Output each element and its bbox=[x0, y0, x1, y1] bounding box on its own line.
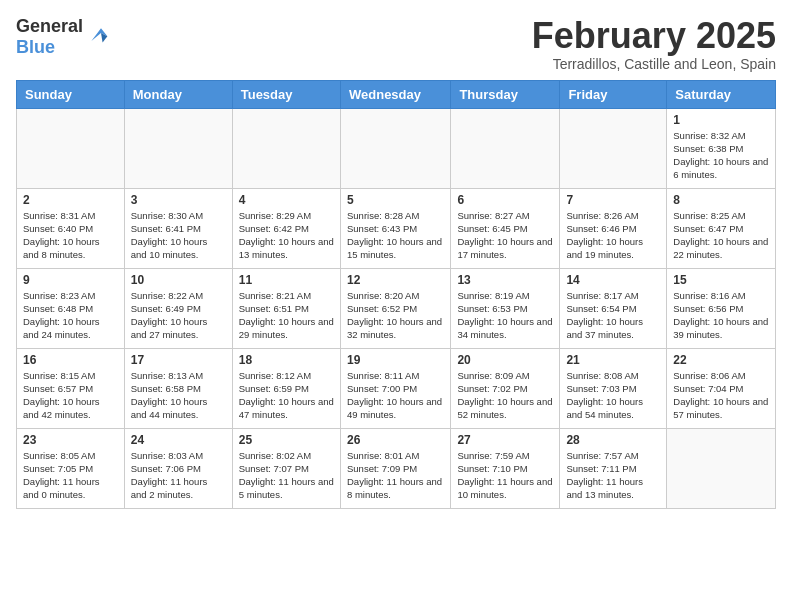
day-number: 3 bbox=[131, 193, 226, 207]
col-friday: Friday bbox=[560, 80, 667, 108]
col-tuesday: Tuesday bbox=[232, 80, 340, 108]
day-info: Sunrise: 8:30 AM Sunset: 6:41 PM Dayligh… bbox=[131, 209, 226, 262]
day-number: 19 bbox=[347, 353, 444, 367]
title-section: February 2025 Terradillos, Castille and … bbox=[532, 16, 776, 72]
day-number: 21 bbox=[566, 353, 660, 367]
day-number: 26 bbox=[347, 433, 444, 447]
table-row bbox=[232, 108, 340, 188]
table-row: 23Sunrise: 8:05 AM Sunset: 7:05 PM Dayli… bbox=[17, 428, 125, 508]
day-number: 14 bbox=[566, 273, 660, 287]
day-info: Sunrise: 8:02 AM Sunset: 7:07 PM Dayligh… bbox=[239, 449, 334, 502]
table-row bbox=[667, 428, 776, 508]
table-row: 12Sunrise: 8:20 AM Sunset: 6:52 PM Dayli… bbox=[340, 268, 450, 348]
table-row: 3Sunrise: 8:30 AM Sunset: 6:41 PM Daylig… bbox=[124, 188, 232, 268]
day-number: 28 bbox=[566, 433, 660, 447]
day-info: Sunrise: 8:31 AM Sunset: 6:40 PM Dayligh… bbox=[23, 209, 118, 262]
table-row bbox=[560, 108, 667, 188]
table-row: 8Sunrise: 8:25 AM Sunset: 6:47 PM Daylig… bbox=[667, 188, 776, 268]
day-info: Sunrise: 7:57 AM Sunset: 7:11 PM Dayligh… bbox=[566, 449, 660, 502]
col-saturday: Saturday bbox=[667, 80, 776, 108]
day-info: Sunrise: 8:08 AM Sunset: 7:03 PM Dayligh… bbox=[566, 369, 660, 422]
col-monday: Monday bbox=[124, 80, 232, 108]
table-row: 17Sunrise: 8:13 AM Sunset: 6:58 PM Dayli… bbox=[124, 348, 232, 428]
day-info: Sunrise: 8:27 AM Sunset: 6:45 PM Dayligh… bbox=[457, 209, 553, 262]
day-number: 23 bbox=[23, 433, 118, 447]
day-info: Sunrise: 8:28 AM Sunset: 6:43 PM Dayligh… bbox=[347, 209, 444, 262]
day-number: 27 bbox=[457, 433, 553, 447]
day-info: Sunrise: 8:26 AM Sunset: 6:46 PM Dayligh… bbox=[566, 209, 660, 262]
day-info: Sunrise: 8:06 AM Sunset: 7:04 PM Dayligh… bbox=[673, 369, 769, 422]
calendar-table: Sunday Monday Tuesday Wednesday Thursday… bbox=[16, 80, 776, 509]
day-info: Sunrise: 8:12 AM Sunset: 6:59 PM Dayligh… bbox=[239, 369, 334, 422]
day-info: Sunrise: 8:29 AM Sunset: 6:42 PM Dayligh… bbox=[239, 209, 334, 262]
table-row: 11Sunrise: 8:21 AM Sunset: 6:51 PM Dayli… bbox=[232, 268, 340, 348]
logo-general: General bbox=[16, 16, 83, 36]
logo: General Blue bbox=[16, 16, 109, 58]
table-row bbox=[124, 108, 232, 188]
day-info: Sunrise: 8:22 AM Sunset: 6:49 PM Dayligh… bbox=[131, 289, 226, 342]
day-number: 10 bbox=[131, 273, 226, 287]
table-row: 27Sunrise: 7:59 AM Sunset: 7:10 PM Dayli… bbox=[451, 428, 560, 508]
table-row: 7Sunrise: 8:26 AM Sunset: 6:46 PM Daylig… bbox=[560, 188, 667, 268]
day-number: 18 bbox=[239, 353, 334, 367]
day-info: Sunrise: 8:05 AM Sunset: 7:05 PM Dayligh… bbox=[23, 449, 118, 502]
table-row: 26Sunrise: 8:01 AM Sunset: 7:09 PM Dayli… bbox=[340, 428, 450, 508]
col-wednesday: Wednesday bbox=[340, 80, 450, 108]
day-number: 20 bbox=[457, 353, 553, 367]
day-info: Sunrise: 8:01 AM Sunset: 7:09 PM Dayligh… bbox=[347, 449, 444, 502]
calendar-week-row: 9Sunrise: 8:23 AM Sunset: 6:48 PM Daylig… bbox=[17, 268, 776, 348]
col-thursday: Thursday bbox=[451, 80, 560, 108]
day-number: 12 bbox=[347, 273, 444, 287]
calendar-week-row: 1Sunrise: 8:32 AM Sunset: 6:38 PM Daylig… bbox=[17, 108, 776, 188]
day-number: 6 bbox=[457, 193, 553, 207]
page-container: General Blue February 2025 Terradillos, … bbox=[0, 0, 792, 517]
table-row: 18Sunrise: 8:12 AM Sunset: 6:59 PM Dayli… bbox=[232, 348, 340, 428]
table-row: 14Sunrise: 8:17 AM Sunset: 6:54 PM Dayli… bbox=[560, 268, 667, 348]
table-row bbox=[340, 108, 450, 188]
day-number: 4 bbox=[239, 193, 334, 207]
header: General Blue February 2025 Terradillos, … bbox=[16, 16, 776, 72]
calendar-week-row: 2Sunrise: 8:31 AM Sunset: 6:40 PM Daylig… bbox=[17, 188, 776, 268]
table-row: 19Sunrise: 8:11 AM Sunset: 7:00 PM Dayli… bbox=[340, 348, 450, 428]
table-row: 22Sunrise: 8:06 AM Sunset: 7:04 PM Dayli… bbox=[667, 348, 776, 428]
day-number: 1 bbox=[673, 113, 769, 127]
day-number: 13 bbox=[457, 273, 553, 287]
table-row bbox=[451, 108, 560, 188]
col-sunday: Sunday bbox=[17, 80, 125, 108]
day-number: 7 bbox=[566, 193, 660, 207]
day-info: Sunrise: 8:17 AM Sunset: 6:54 PM Dayligh… bbox=[566, 289, 660, 342]
day-info: Sunrise: 8:13 AM Sunset: 6:58 PM Dayligh… bbox=[131, 369, 226, 422]
day-info: Sunrise: 8:32 AM Sunset: 6:38 PM Dayligh… bbox=[673, 129, 769, 182]
day-number: 2 bbox=[23, 193, 118, 207]
day-number: 8 bbox=[673, 193, 769, 207]
day-info: Sunrise: 8:21 AM Sunset: 6:51 PM Dayligh… bbox=[239, 289, 334, 342]
day-number: 25 bbox=[239, 433, 334, 447]
table-row: 13Sunrise: 8:19 AM Sunset: 6:53 PM Dayli… bbox=[451, 268, 560, 348]
table-row: 20Sunrise: 8:09 AM Sunset: 7:02 PM Dayli… bbox=[451, 348, 560, 428]
day-number: 24 bbox=[131, 433, 226, 447]
day-number: 5 bbox=[347, 193, 444, 207]
day-info: Sunrise: 8:09 AM Sunset: 7:02 PM Dayligh… bbox=[457, 369, 553, 422]
day-number: 9 bbox=[23, 273, 118, 287]
calendar-header-row: Sunday Monday Tuesday Wednesday Thursday… bbox=[17, 80, 776, 108]
day-number: 17 bbox=[131, 353, 226, 367]
logo-blue: Blue bbox=[16, 37, 55, 57]
day-number: 11 bbox=[239, 273, 334, 287]
table-row: 28Sunrise: 7:57 AM Sunset: 7:11 PM Dayli… bbox=[560, 428, 667, 508]
day-number: 22 bbox=[673, 353, 769, 367]
table-row: 21Sunrise: 8:08 AM Sunset: 7:03 PM Dayli… bbox=[560, 348, 667, 428]
table-row: 16Sunrise: 8:15 AM Sunset: 6:57 PM Dayli… bbox=[17, 348, 125, 428]
day-info: Sunrise: 8:20 AM Sunset: 6:52 PM Dayligh… bbox=[347, 289, 444, 342]
day-info: Sunrise: 7:59 AM Sunset: 7:10 PM Dayligh… bbox=[457, 449, 553, 502]
calendar-week-row: 23Sunrise: 8:05 AM Sunset: 7:05 PM Dayli… bbox=[17, 428, 776, 508]
table-row: 15Sunrise: 8:16 AM Sunset: 6:56 PM Dayli… bbox=[667, 268, 776, 348]
table-row: 24Sunrise: 8:03 AM Sunset: 7:06 PM Dayli… bbox=[124, 428, 232, 508]
table-row: 4Sunrise: 8:29 AM Sunset: 6:42 PM Daylig… bbox=[232, 188, 340, 268]
table-row: 2Sunrise: 8:31 AM Sunset: 6:40 PM Daylig… bbox=[17, 188, 125, 268]
table-row: 5Sunrise: 8:28 AM Sunset: 6:43 PM Daylig… bbox=[340, 188, 450, 268]
location-subtitle: Terradillos, Castille and Leon, Spain bbox=[532, 56, 776, 72]
table-row: 10Sunrise: 8:22 AM Sunset: 6:49 PM Dayli… bbox=[124, 268, 232, 348]
month-year-title: February 2025 bbox=[532, 16, 776, 56]
table-row: 25Sunrise: 8:02 AM Sunset: 7:07 PM Dayli… bbox=[232, 428, 340, 508]
day-info: Sunrise: 8:19 AM Sunset: 6:53 PM Dayligh… bbox=[457, 289, 553, 342]
